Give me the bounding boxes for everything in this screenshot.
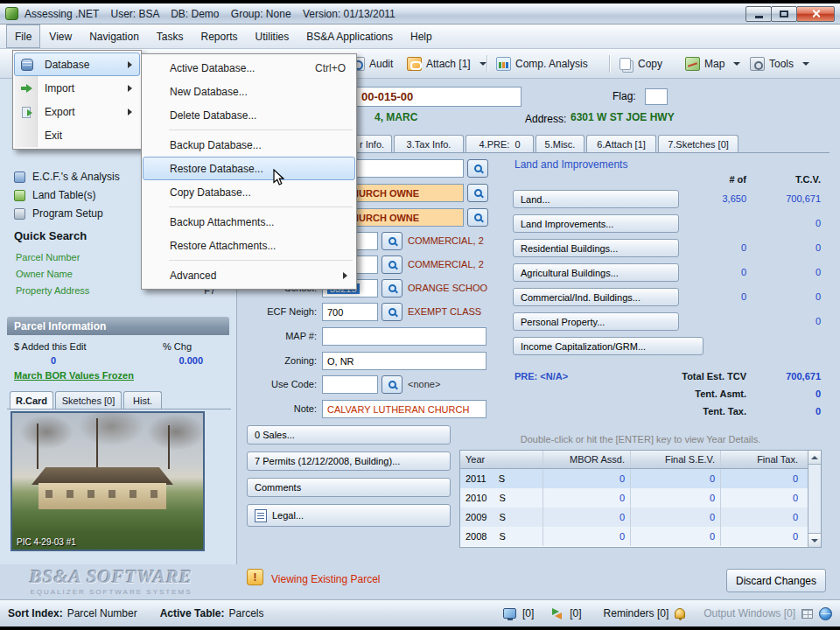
menu-item-backup-attachments[interactable]: Backup Attachments... (143, 210, 355, 234)
use-code-field[interactable] (322, 375, 378, 394)
tools-button[interactable]: Tools (744, 52, 816, 75)
residential-buildings-button[interactable]: Residential Buildings... (513, 239, 679, 257)
land-improvements-button[interactable]: Land Improvements... (513, 214, 679, 233)
close-button[interactable] (796, 6, 835, 22)
menu-navigation[interactable]: Navigation (80, 24, 148, 48)
personal-property-button[interactable]: Personal Property... (513, 312, 679, 331)
class-description: COMMERCIAL, 2 (408, 235, 484, 246)
tab-sketches[interactable]: 7.Sketches [0] (658, 135, 738, 153)
reminders-label[interactable]: Reminders [0] (604, 607, 669, 620)
scroll-up-icon[interactable] (808, 451, 821, 465)
menu-item-active-database[interactable]: Active Database... Ctrl+O (143, 56, 355, 80)
year-table-scrollbar[interactable] (808, 451, 821, 547)
program-setup-icon (14, 208, 25, 220)
menu-item-backup-database[interactable]: Backup Database... (143, 133, 355, 157)
session-monitor-icon[interactable] (503, 608, 516, 619)
maximize-button[interactable] (771, 6, 797, 22)
menu-item-copy-database[interactable]: Copy Database... (143, 180, 355, 204)
class-lookup-button[interactable] (382, 232, 402, 250)
year-row-2011[interactable]: 2011S 0 0 0 (460, 469, 808, 488)
flag-field[interactable] (645, 88, 668, 105)
tab-attach[interactable]: 6.Attach [1] (586, 135, 656, 153)
land-button[interactable]: Land... (513, 190, 679, 208)
menu-help[interactable]: Help (402, 24, 441, 48)
bell-icon[interactable] (675, 608, 685, 619)
owner-name: 4, MARC (374, 111, 417, 123)
menu-file[interactable]: File (6, 24, 40, 48)
tab-misc[interactable]: 5.Misc. (536, 135, 584, 153)
owner-lookup-button[interactable] (467, 159, 488, 178)
comp-analysis-button[interactable]: Comp. Analysis (490, 52, 594, 75)
minimize-icon (755, 16, 763, 18)
menu-item-export[interactable]: Export (14, 100, 140, 123)
menu-item-database[interactable]: Database (14, 52, 140, 76)
attach-button[interactable]: Attach [1] (401, 52, 493, 75)
taxpayer2-lookup-button[interactable] (467, 208, 488, 227)
window-title: Assessing .NET User: BSA DB: Demo Group:… (24, 8, 396, 20)
magnifier-icon (388, 284, 396, 292)
prev-class-description: COMMERCIAL, 2 (408, 259, 484, 270)
map-number-field[interactable] (322, 327, 486, 346)
prev-class-lookup-button[interactable] (382, 256, 402, 274)
menu-item-import[interactable]: Import (14, 76, 140, 100)
menu-utilities[interactable]: Utilities (247, 24, 298, 48)
file-menu: Database Import Export Exit (12, 50, 142, 150)
sync-icon[interactable] (550, 608, 564, 620)
flag-label: Flag: (612, 90, 636, 102)
submenu-arrow-icon (343, 272, 347, 279)
active-table-value: Parcels (229, 607, 264, 620)
note-field[interactable]: CALVARY LUTHERAN CHURCH (322, 400, 486, 418)
income-capitalization-button[interactable]: Income Capitalization/GRM... (513, 337, 704, 355)
card-tab-line (7, 409, 231, 410)
active-table-label: Active Table: (160, 607, 225, 620)
tent-asmt-value: 0 (749, 388, 821, 399)
output-windows-icon[interactable] (802, 609, 813, 619)
copy-button[interactable]: Copy (613, 52, 668, 75)
ecf-neigh-label: ECF Neigh: (247, 306, 317, 317)
tab-sketches-card[interactable]: Sketches [0] (55, 391, 122, 410)
menu-item-restore-attachments[interactable]: Restore Attachments... (143, 234, 355, 257)
tab-history[interactable]: Hist. (123, 391, 162, 410)
menu-item-delete-database[interactable]: Delete Database... (143, 103, 355, 127)
menu-reports[interactable]: Reports (192, 24, 247, 48)
menu-view[interactable]: View (40, 24, 80, 48)
use-code-description: <none> (408, 379, 440, 389)
menu-bsa-applications[interactable]: BS&A Applications (298, 24, 402, 48)
agricultural-buildings-button[interactable]: Agricultural Buildings... (513, 263, 679, 282)
zoning-field[interactable]: O, NR (322, 352, 486, 370)
minimize-button[interactable] (746, 6, 772, 22)
year-row-2008[interactable]: 2008S 0 0 0 (460, 527, 808, 546)
shortcut-label: Ctrl+O (298, 62, 346, 74)
sales-button[interactable]: 0 Sales... (247, 425, 451, 444)
tent-tax-label: Tent. Tax. (612, 406, 746, 416)
legal-button[interactable]: Legal... (247, 504, 451, 527)
commercial-buildings-button[interactable]: Commercial/Ind. Buildings... (513, 288, 679, 306)
menu-item-advanced[interactable]: Advanced (143, 263, 355, 287)
menu-tasks[interactable]: Tasks (148, 24, 192, 48)
menu-item-new-database[interactable]: New Database... (143, 80, 355, 103)
chevron-down-icon (480, 62, 486, 66)
use-code-lookup-button[interactable] (382, 375, 402, 394)
menu-item-exit[interactable]: Exit (14, 123, 140, 147)
map-button[interactable]: Map (679, 52, 746, 75)
tab-tax-info[interactable]: 3.Tax Info. (394, 135, 464, 153)
taxpayer-lookup-button[interactable] (467, 184, 488, 202)
globe-icon[interactable] (819, 607, 832, 620)
discard-changes-button[interactable]: Discard Changes (726, 569, 826, 592)
tab-owner-info[interactable]: r Info. (352, 135, 392, 153)
tab-rcard[interactable]: R.Card (10, 391, 53, 410)
output-windows-label[interactable]: Output Windows [0] (704, 607, 795, 620)
ecf-neigh-field[interactable]: 700 (322, 303, 378, 321)
comments-button[interactable]: Comments (247, 478, 451, 497)
year-row-2009[interactable]: 2009S 0 0 0 (460, 508, 808, 527)
scroll-down-icon[interactable] (808, 533, 821, 547)
database-icon (21, 59, 33, 71)
bor-frozen-note[interactable]: March BOR Values Frozen (14, 370, 134, 381)
ecf-lookup-button[interactable] (382, 303, 402, 321)
land-table-icon (14, 190, 25, 201)
menu-item-restore-database[interactable]: Restore Database... (143, 157, 355, 180)
permits-button[interactable]: 7 Permits (12/12/2008, Building)... (247, 452, 451, 471)
tab-pre[interactable]: 4.PRE: 0 (466, 135, 534, 153)
year-row-2010[interactable]: 2010S 0 0 0 (460, 488, 808, 508)
school-lookup-button[interactable] (382, 279, 402, 298)
